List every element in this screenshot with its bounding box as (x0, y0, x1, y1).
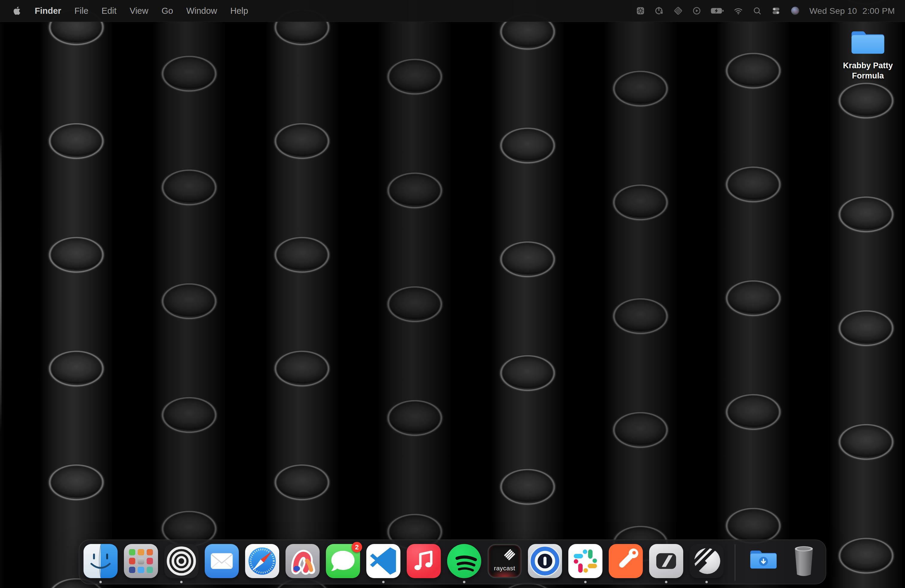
menu-bar: Finder File Edit View Go Window Help (0, 0, 905, 22)
menu-help[interactable]: Help (230, 6, 248, 16)
dock-item-slack[interactable] (568, 544, 602, 578)
wallpaper-cylinder-column (40, 0, 112, 588)
downloads-folder-icon (746, 544, 781, 578)
apple-music-icon (407, 544, 441, 578)
folder-label: Krabby Patty Formula (843, 60, 893, 81)
running-indicator (180, 581, 183, 583)
striped-mute-icon[interactable] (673, 5, 683, 17)
mail-icon (205, 544, 239, 578)
dock-item-trash[interactable] (787, 544, 821, 578)
spotify-icon (447, 544, 481, 578)
1password-icon (528, 544, 562, 578)
clock-time: 2:00 PM (862, 6, 895, 16)
menu-edit[interactable]: Edit (102, 6, 116, 16)
trash-icon (787, 544, 821, 578)
running-indicator (382, 581, 384, 583)
concentric-rings-icon (164, 544, 198, 578)
menu-finder[interactable]: Finder (35, 6, 61, 16)
raycast-icon: raycast (487, 544, 522, 578)
wallpaper-cylinder-column (153, 0, 225, 588)
dock-item-downloads-folder[interactable] (746, 544, 781, 578)
dock-item-apple-music[interactable] (407, 544, 441, 578)
battery-charging-icon[interactable] (710, 5, 724, 17)
folder-icon (849, 27, 886, 57)
wallpaper-cylinder-column (830, 0, 902, 588)
dock-item-raycast[interactable]: raycast (487, 544, 522, 578)
menu-window[interactable]: Window (186, 6, 217, 16)
dock-item-launchpad[interactable] (124, 544, 158, 578)
dock-item-postman[interactable] (609, 544, 643, 578)
dock-item-mail[interactable] (205, 544, 239, 578)
running-indicator (463, 581, 465, 583)
desktop-wallpaper (0, 0, 905, 588)
arc-browser-icon (286, 544, 320, 578)
desktop-folder-krabby-patty-formula[interactable]: Krabby Patty Formula (834, 27, 902, 81)
clock-date: Wed Sep 10 (809, 6, 857, 16)
wallpaper-cylinder-column (718, 0, 789, 588)
running-indicator (665, 581, 667, 583)
running-indicator (99, 581, 102, 583)
wallpaper-cylinder-column (605, 0, 676, 588)
wallpaper-cylinder-column (266, 0, 338, 588)
dock-item-silver-code-app[interactable] (649, 544, 683, 578)
striped-sphere-app-icon (689, 544, 724, 578)
dock-item-safari[interactable] (245, 544, 279, 578)
running-indicator (705, 581, 708, 583)
dock-separator (735, 544, 735, 581)
menu-bar-status-area: Wed Sep 10 2:00 PM (636, 5, 895, 17)
notification-badge: 2 (352, 542, 362, 552)
postman-icon (609, 544, 643, 578)
wallpaper-edge-highlight (0, 126, 2, 434)
dock-item-spotify[interactable] (447, 544, 481, 578)
vscode-icon (366, 544, 400, 578)
dock-item-1password[interactable] (528, 544, 562, 578)
control-center-icon[interactable] (771, 5, 781, 17)
menu-file[interactable]: File (75, 6, 89, 16)
safari-icon (245, 544, 279, 578)
menu-go[interactable]: Go (162, 6, 173, 16)
finder-icon (84, 544, 117, 578)
apple-menu[interactable] (13, 5, 22, 17)
running-indicator (584, 581, 587, 583)
raycast-label: raycast (489, 565, 521, 572)
dock-item-striped-sphere-app[interactable] (689, 544, 724, 578)
menu-bar-left: Finder File Edit View Go Window Help (13, 5, 248, 17)
menu-bar-clock[interactable]: Wed Sep 10 2:00 PM (809, 6, 895, 16)
wifi-icon[interactable] (733, 5, 743, 17)
dock: 2 (79, 539, 826, 585)
dock-item-concentric-rings-app[interactable] (164, 544, 198, 578)
dock-item-arc-browser[interactable] (286, 544, 320, 578)
wallpaper-cylinder-column (492, 0, 564, 588)
dock-item-messages[interactable]: 2 (326, 544, 360, 578)
starburst-icon[interactable] (636, 5, 645, 17)
now-playing-icon[interactable] (692, 5, 702, 17)
siri-icon[interactable] (790, 5, 800, 17)
wallpaper-cylinder-column (379, 0, 451, 588)
silver-code-app-icon (649, 544, 683, 578)
menu-view[interactable]: View (130, 6, 148, 16)
dock-item-vscode[interactable] (366, 544, 400, 578)
spotlight-search-icon[interactable] (753, 5, 762, 17)
apple-logo-icon (13, 6, 22, 15)
dock-item-finder[interactable] (84, 544, 117, 578)
slack-icon (568, 544, 602, 578)
power-lock-icon[interactable] (654, 5, 664, 17)
launchpad-icon (124, 544, 158, 578)
